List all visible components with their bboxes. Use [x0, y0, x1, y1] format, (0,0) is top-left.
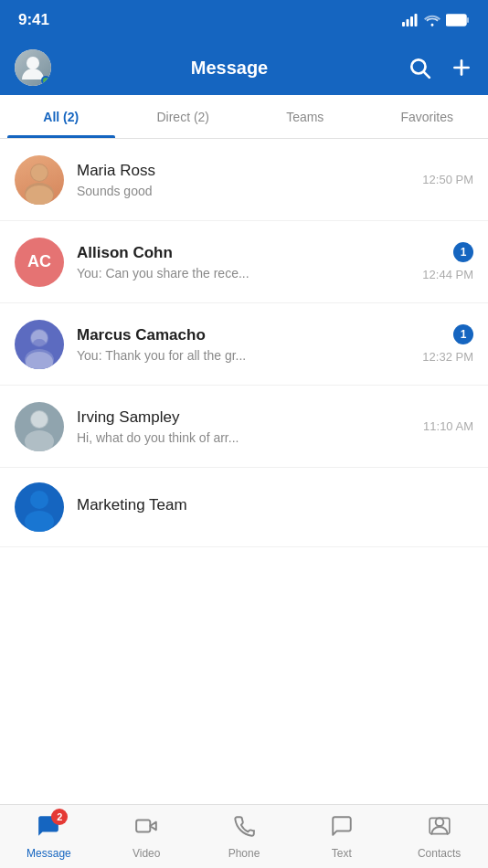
svg-point-14 [26, 185, 53, 205]
header-title: Message [191, 58, 269, 79]
header-actions [408, 56, 473, 79]
message-content: Allison Cohn You: Can you share the rece… [77, 244, 415, 281]
message-meta: 1 12:32 PM [422, 324, 473, 364]
signal-icon [402, 14, 419, 26]
svg-rect-4 [446, 15, 466, 26]
battery-icon [446, 14, 470, 26]
text-nav-icon [330, 814, 354, 843]
avatar [15, 402, 64, 451]
svg-line-8 [424, 72, 430, 78]
list-item[interactable]: Marcus Camacho You: Thank you for all th… [0, 303, 488, 386]
list-item[interactable]: Marketing Team [0, 468, 488, 547]
nav-item-message[interactable]: 2 Message [0, 807, 98, 867]
contact-name: Maria Ross [77, 162, 415, 180]
message-content: Marketing Team [77, 496, 473, 518]
svg-rect-3 [415, 14, 418, 26]
svg-rect-5 [467, 17, 469, 23]
message-time: 12:50 PM [422, 173, 473, 186]
status-icons [402, 14, 470, 26]
message-meta: 1 12:44 PM [422, 242, 473, 281]
avatar [15, 320, 64, 369]
nav-item-text[interactable]: Text [292, 807, 390, 867]
list-item[interactable]: Maria Ross Sounds good 12:50 PM [0, 139, 488, 221]
contacts-nav-icon [428, 814, 451, 843]
nav-item-contacts[interactable]: Contacts [390, 807, 488, 867]
svg-rect-0 [402, 22, 405, 26]
message-time: 12:32 PM [422, 350, 473, 364]
message-list: Maria Ross Sounds good 12:50 PM AC Allis… [0, 139, 488, 804]
nav-label-phone: Phone [228, 847, 260, 860]
message-time: 11:10 AM [423, 419, 473, 433]
svg-rect-25 [136, 820, 150, 831]
avatar: AC [15, 238, 64, 287]
message-preview: Sounds good [77, 184, 415, 198]
video-nav-icon [134, 814, 158, 843]
nav-label-text: Text [332, 847, 352, 860]
list-item[interactable]: AC Allison Cohn You: Can you share the r… [0, 221, 488, 303]
status-bar: 9:41 [0, 0, 488, 40]
list-item[interactable]: Irving Sampley Hi, what do you think of … [0, 386, 488, 468]
tab-teams[interactable]: Teams [244, 95, 366, 138]
svg-point-19 [33, 339, 46, 348]
svg-point-23 [30, 491, 48, 509]
message-content: Marcus Camacho You: Thank you for all th… [77, 326, 415, 363]
avatar [15, 155, 64, 205]
nav-item-phone[interactable]: Phone [196, 807, 293, 867]
contact-name: Allison Cohn [77, 244, 415, 262]
avatar [15, 482, 64, 532]
svg-point-26 [435, 818, 443, 826]
wifi-icon [424, 14, 440, 26]
message-content: Maria Ross Sounds good [77, 162, 415, 198]
message-time: 12:44 PM [422, 268, 473, 281]
svg-point-13 [31, 164, 48, 181]
contact-name: Marcus Camacho [77, 326, 415, 344]
message-nav-icon: 2 [37, 814, 60, 843]
avatar-initials: AC [27, 252, 51, 271]
online-indicator [41, 76, 50, 85]
message-content: Irving Sampley Hi, what do you think of … [77, 408, 416, 445]
nav-label-video: Video [133, 847, 160, 860]
user-avatar[interactable] [15, 49, 51, 86]
header: Message [0, 40, 488, 95]
contact-name: Marketing Team [77, 496, 473, 514]
nav-item-video[interactable]: Video [98, 807, 196, 867]
svg-point-22 [31, 411, 48, 428]
svg-point-24 [25, 511, 54, 532]
tab-direct[interactable]: Direct (2) [122, 95, 245, 138]
svg-rect-2 [410, 16, 413, 26]
nav-label-message: Message [27, 847, 71, 860]
svg-point-21 [25, 430, 54, 451]
message-preview: You: Can you share the rece... [77, 266, 415, 281]
message-badge: 2 [51, 809, 68, 825]
message-meta: 11:10 AM [423, 419, 473, 433]
nav-label-contacts: Contacts [418, 847, 461, 860]
svg-rect-1 [407, 19, 409, 26]
search-icon[interactable] [408, 56, 431, 79]
contact-name: Irving Sampley [77, 408, 416, 427]
message-meta: 12:50 PM [422, 173, 473, 186]
phone-nav-icon [232, 814, 256, 843]
unread-badge: 1 [453, 324, 473, 344]
status-time: 9:41 [18, 11, 49, 29]
add-icon[interactable] [450, 56, 473, 79]
tab-favorites[interactable]: Favorites [366, 95, 489, 138]
message-preview: You: Thank you for all the gr... [77, 348, 415, 363]
svg-point-6 [27, 57, 39, 69]
unread-badge: 1 [453, 242, 473, 262]
tab-all[interactable]: All (2) [0, 95, 122, 138]
tabs-bar: All (2) Direct (2) Teams Favorites [0, 95, 488, 139]
message-preview: Hi, what do you think of arr... [77, 430, 416, 445]
bottom-nav: 2 Message Video Phone Text [0, 804, 488, 868]
